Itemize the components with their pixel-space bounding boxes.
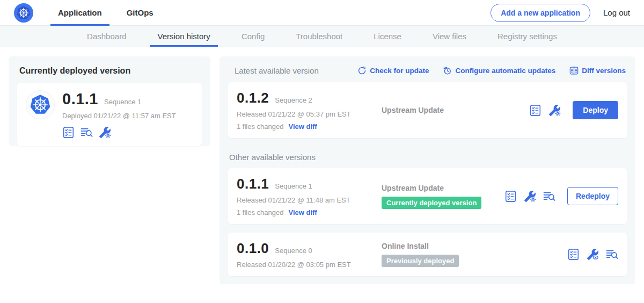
kubernetes-wheel-icon [16,5,32,21]
subnav-tab-license[interactable]: License [363,26,412,47]
kubernetes-logo [14,3,33,23]
check-for-update-label: Check for update [370,67,429,75]
tab-gitops[interactable]: GitOps [118,0,162,26]
previously-deployed-badge: Previously deployed [382,255,459,267]
logs-magnifier-icon[interactable] [606,248,618,261]
wrench-gear-icon[interactable] [524,190,536,203]
checklist-icon[interactable] [62,126,75,139]
version-source: Online Install [382,242,567,250]
version-row-0-1-2: 0.1.2 Sequence 2 Released 01/21/22 @ 05:… [228,82,627,138]
checklist-icon[interactable] [567,248,580,261]
files-changed-label: 1 files changed [237,208,283,217]
refresh-icon [357,66,367,75]
subnav-tab-config[interactable]: Config [231,26,275,47]
top-header: Application GitOps Add a new application… [0,0,644,26]
version-source: Upstream Update [382,106,529,114]
subnav-tab-view-files[interactable]: View files [422,26,477,47]
latest-available-title: Latest available version [235,66,343,75]
add-application-button[interactable]: Add a new application [491,4,590,22]
redeploy-button[interactable]: Redeploy [567,187,618,205]
checklist-icon[interactable] [504,190,517,203]
main-content: Currently deployed version 0.1.1 Sequenc… [0,47,644,284]
configure-updates-label: Configure automatic updates [455,67,555,75]
diff-icon [569,66,579,75]
version-sequence: Sequence 0 [275,247,312,255]
diff-versions-link[interactable]: Diff versions [569,66,626,75]
subnav-tab-dashboard[interactable]: Dashboard [76,26,137,47]
wrench-eye-icon[interactable] [587,248,599,261]
files-changed-label: 1 files changed [237,122,283,131]
app-subnav: Dashboard Version history Config Trouble… [0,26,644,47]
available-versions-panel: Latest available version Check for updat… [219,56,635,284]
currently-deployed-title: Currently deployed version [19,66,202,76]
version-sequence: Sequence 1 [275,182,312,190]
checklist-icon[interactable] [529,104,541,117]
current-version-card: 0.1.1 Sequence 1 Deployed 01/21/22 @ 11:… [17,83,202,146]
other-available-versions-title: Other available versions [229,153,627,162]
version-released-at: Released 01/21/22 @ 05:37 pm EST [237,110,375,118]
version-number: 0.1.1 [237,176,269,192]
currently-deployed-badge: Currently deployed version [382,197,481,209]
logs-magnifier-icon[interactable] [80,126,93,139]
subnav-tab-registry-settings[interactable]: Registry settings [487,26,568,47]
wrench-gear-icon[interactable] [548,104,561,117]
currently-deployed-panel: Currently deployed version 0.1.1 Sequenc… [9,56,210,146]
logout-button[interactable]: Log out [603,8,630,17]
configure-automatic-updates-link[interactable]: Configure automatic updates [443,66,555,75]
schedule-icon [443,66,452,75]
version-sequence: Sequence 2 [275,96,312,104]
deploy-button[interactable]: Deploy [573,101,618,119]
current-version-sequence: Sequence 1 [104,98,141,106]
app-logo [26,90,55,119]
wrench-gear-icon[interactable] [99,126,111,139]
view-diff-link[interactable]: View diff [288,122,317,131]
current-version-number: 0.1.1 [62,90,98,108]
subnav-tab-version-history[interactable]: Version history [147,26,221,47]
diff-versions-label: Diff versions [582,67,626,75]
check-for-update-link[interactable]: Check for update [357,66,429,75]
version-source: Upstream Update [382,184,504,192]
view-diff-link[interactable]: View diff [288,208,317,217]
version-released-at: Released 01/21/22 @ 11:48 am EST [237,196,375,204]
kubernetes-wheel-icon [28,93,52,117]
logs-magnifier-icon[interactable] [543,190,555,203]
version-number: 0.1.0 [237,240,269,257]
version-number: 0.1.2 [237,90,269,106]
version-released-at: Released 01/20/22 @ 03:05 pm EST [237,261,375,269]
current-version-deployed-at: Deployed 01/21/22 @ 11:57 am EST [62,112,176,120]
subnav-tab-troubleshoot[interactable]: Troubleshoot [285,26,353,47]
version-row-0-1-1: 0.1.1 Sequence 1 Released 01/21/22 @ 11:… [228,168,627,224]
version-row-0-1-0: 0.1.0 Sequence 0 Released 01/20/22 @ 03:… [228,233,627,276]
tab-application[interactable]: Application [49,0,111,26]
